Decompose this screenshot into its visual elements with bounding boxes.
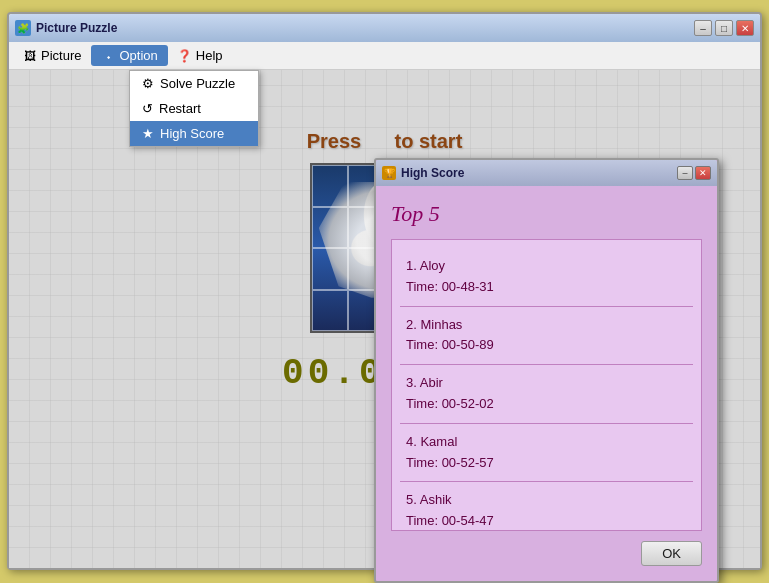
main-content: Press to start [9,70,760,568]
highscore-label: High Score [160,126,224,141]
puzzle-cell-9 [312,248,349,290]
hs-title-bar: 🏆 High Score – ✕ [376,160,717,186]
dropdown-menu: ⚙ Solve Puzzle ↺ Restart ★ High Score [129,70,259,147]
picture-menu-icon: 🖼 [23,49,37,63]
hs-title-left: 🏆 High Score [382,166,464,180]
menu-item-option[interactable]: ⬩ Option [91,45,167,66]
menu-bar: 🖼 Picture ⬩ Option ❓ Help [9,42,760,70]
hs-entry-5-time: Time: 00-54-47 [406,511,687,531]
minimize-button[interactable]: – [694,20,712,36]
hs-entry-4-time: Time: 00-52-57 [406,453,687,474]
puzzle-cell-5 [312,207,349,249]
menu-item-picture-label: Picture [41,48,81,63]
menu-item-help[interactable]: ❓ Help [168,45,233,66]
puzzle-cell-13 [312,290,349,332]
dropdown-solve[interactable]: ⚙ Solve Puzzle [130,71,258,96]
hs-window-icon: 🏆 [382,166,396,180]
menu-item-picture[interactable]: 🖼 Picture [13,45,91,66]
hs-footer: OK [391,541,702,566]
hs-entry-4: 4. Kamal Time: 00-52-57 [400,424,693,483]
hs-entries-list: 1. Aloy Time: 00-48-31 2. Minhas Time: 0… [391,239,702,531]
hs-entry-1: 1. Aloy Time: 00-48-31 [400,248,693,307]
window-title: Picture Puzzle [36,21,117,35]
maximize-button[interactable]: □ [715,20,733,36]
press-to-start-text: Press to start [307,130,463,153]
close-button[interactable]: ✕ [736,20,754,36]
hs-entry-5: 5. Ashik Time: 00-54-47 [400,482,693,531]
solve-label: Solve Puzzle [160,76,235,91]
hs-top5-label: Top 5 [391,201,702,227]
hs-entry-3-name: 3. Abir [406,373,687,394]
hs-entry-1-name: 1. Aloy [406,256,687,277]
puzzle-cell-1 [312,165,349,207]
hs-entry-3-time: Time: 00-52-02 [406,394,687,415]
hs-entry-3: 3. Abir Time: 00-52-02 [400,365,693,424]
hs-window-title: High Score [401,166,464,180]
hs-minimize-button[interactable]: – [677,166,693,180]
dropdown-restart[interactable]: ↺ Restart [130,96,258,121]
title-bar-left: 🧩 Picture Puzzle [15,20,117,36]
restart-icon: ↺ [142,101,153,116]
title-bar: 🧩 Picture Puzzle – □ ✕ [9,14,760,42]
hs-entry-4-name: 4. Kamal [406,432,687,453]
main-window: 🧩 Picture Puzzle – □ ✕ 🖼 Picture ⬩ Optio… [7,12,762,570]
app-icon: 🧩 [15,20,31,36]
hs-close-button[interactable]: ✕ [695,166,711,180]
hs-entry-2-time: Time: 00-50-89 [406,335,687,356]
hs-entry-2-name: 2. Minhas [406,315,687,336]
hs-body: Top 5 1. Aloy Time: 00-48-31 2. Minhas T… [376,186,717,581]
title-bar-buttons: – □ ✕ [694,20,754,36]
solve-icon: ⚙ [142,76,154,91]
option-menu-icon: ⬩ [101,49,115,63]
menu-item-option-label: Option [119,48,157,63]
hs-entry-2: 2. Minhas Time: 00-50-89 [400,307,693,366]
highscore-icon: ★ [142,126,154,141]
restart-label: Restart [159,101,201,116]
hs-entry-1-time: Time: 00-48-31 [406,277,687,298]
hs-entry-5-name: 5. Ashik [406,490,687,511]
menu-item-help-label: Help [196,48,223,63]
help-menu-icon: ❓ [178,49,192,63]
high-score-window: 🏆 High Score – ✕ Top 5 1. Aloy Time: 00- [374,158,719,583]
ok-button[interactable]: OK [641,541,702,566]
hs-title-buttons: – ✕ [677,166,711,180]
dropdown-highscore[interactable]: ★ High Score [130,121,258,146]
